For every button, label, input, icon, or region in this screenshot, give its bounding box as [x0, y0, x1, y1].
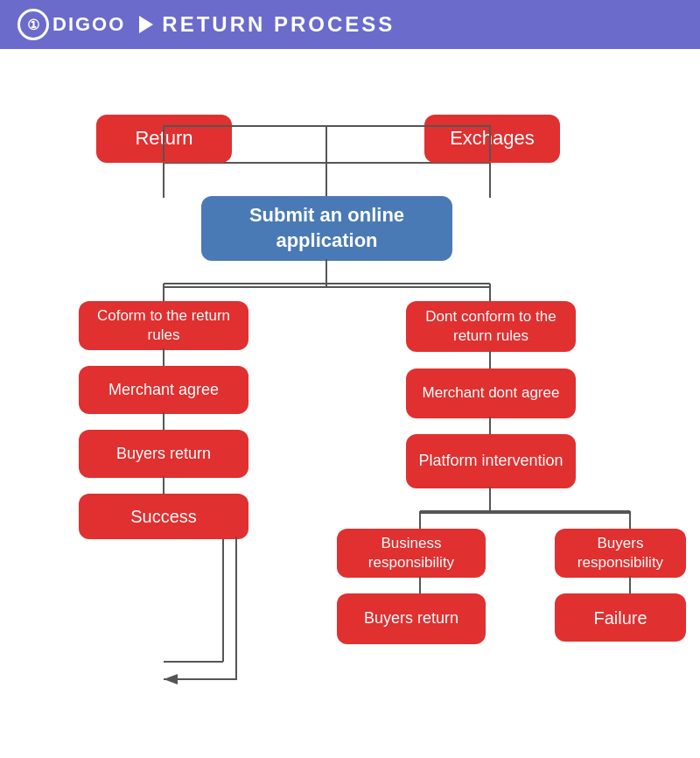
exchanges-box: Exchages	[424, 115, 560, 163]
buyers-return-left-box: Buyers return	[79, 430, 248, 478]
buyers-resp-box: Buyers responsibility	[555, 529, 686, 578]
logo-icon: ①	[18, 9, 49, 40]
header-title: RETURN PROCESS	[139, 12, 395, 37]
conform-box: Coform to the return rules	[79, 301, 248, 350]
dont-conform-box: Dont conform to the return rules	[406, 301, 576, 352]
merchant-agree-box: Merchant agree	[79, 366, 248, 414]
submit-box: Submit an online application	[201, 196, 452, 261]
play-icon	[139, 16, 153, 33]
return-box: Return	[96, 115, 232, 163]
platform-box: Platform intervention	[406, 434, 576, 488]
logo-text: DIGOO	[52, 13, 125, 36]
logo: ① DIGOO	[18, 9, 125, 40]
success-box: Success	[79, 494, 248, 539]
buyers-return-right-box: Buyers return	[337, 593, 486, 644]
flowchart-content: Return Exchages Submit an online applica…	[0, 49, 700, 758]
flowchart: Return Exchages Submit an online applica…	[26, 67, 674, 740]
merchant-dont-box: Merchant dont agree	[406, 368, 576, 418]
header: ① DIGOO RETURN PROCESS	[0, 0, 700, 49]
failure-box: Failure	[555, 593, 686, 642]
business-resp-box: Business responsibility	[337, 529, 486, 578]
